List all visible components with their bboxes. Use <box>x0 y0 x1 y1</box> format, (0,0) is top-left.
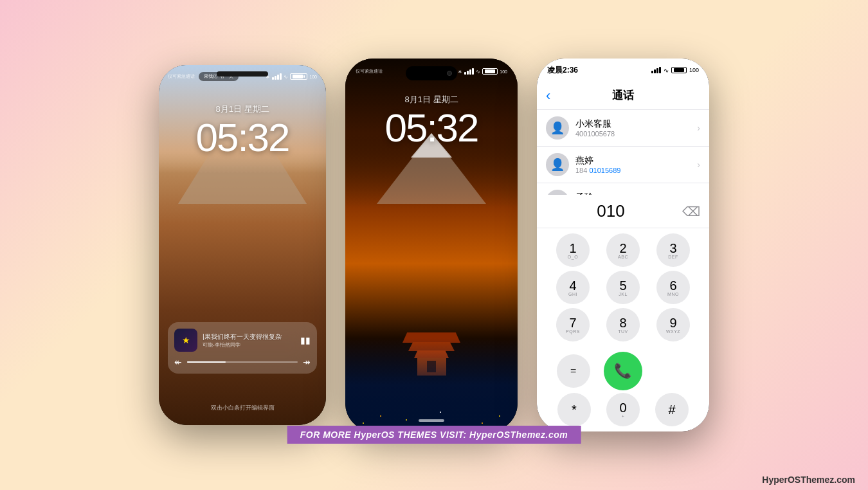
dial-key-3[interactable]: 3 DEF <box>656 233 690 267</box>
music-artist: 可能-李怡然同学 <box>203 341 282 349</box>
battery-icon <box>290 73 307 80</box>
phone-3: 凌晨2:36 ∿ 100 <box>537 59 709 431</box>
status-icons-2: ∗ ∿ 100 <box>458 68 507 75</box>
fast-forward-button[interactable]: ↠ <box>303 357 311 367</box>
dial-sub-8: TUV <box>618 329 628 334</box>
swipe-indicator <box>419 419 444 422</box>
dial-key-1[interactable]: 1 O_O <box>556 233 590 267</box>
dial-key-6[interactable]: 6 MNO <box>656 271 690 304</box>
battery-text-2: 100 <box>500 69 507 74</box>
main-container: 仅可紧急通话 果我亿 有一天 ∗ <box>0 0 868 490</box>
nav-bar: ‹ 通话 <box>537 82 709 110</box>
dial-number-display[interactable]: 010 <box>546 201 676 221</box>
person-icon-1: 👤 <box>550 121 565 135</box>
music-progress-bar[interactable] <box>187 361 298 363</box>
light-2 <box>380 415 381 417</box>
avatar-xiaomi: 👤 <box>546 116 569 140</box>
dial-key-equals[interactable]: = <box>557 354 590 388</box>
highlight-yanting: 01015689 <box>589 167 620 174</box>
dial-hash: # <box>668 403 675 416</box>
sos-text-2: 仅可紧急通话 <box>356 68 383 75</box>
app-name: 果我亿 <box>204 73 217 80</box>
battery-icon-3 <box>671 67 687 73</box>
contact-name-xiaomi: 小米客服 <box>575 118 691 130</box>
music-text: |果我们终有一天变得很复杂 可能-李怡然同学 <box>203 332 282 349</box>
contact-number-yanting: 184 01015689 <box>575 167 691 174</box>
dial-sub-5: JKL <box>619 292 628 296</box>
camera-dot <box>447 71 452 76</box>
phone-2-screen: 仅可紧急通话 ∗ ∿ 100 <box>345 59 518 431</box>
lock-time-area: 8月1日 星期二 05:32 <box>159 104 326 158</box>
notch <box>217 71 268 77</box>
signal-icon-2 <box>464 68 474 75</box>
watermark-banner: FOR MORE HyperOS THEMES VISIT: HyperOSTh… <box>287 426 581 444</box>
wifi-icon: ∿ <box>284 74 288 80</box>
dial-key-star[interactable]: * <box>557 393 591 426</box>
dial-key-8[interactable]: 8 TUV <box>606 308 640 341</box>
phone-1: 仅可紧急通话 果我亿 有一天 ∗ <box>159 65 326 425</box>
wifi-icon-3: ∿ <box>664 67 669 74</box>
dial-key-0[interactable]: 0 + <box>606 393 640 426</box>
music-controls: ↞ ↠ <box>174 357 311 367</box>
pause-icon: ▮▮ <box>300 335 311 345</box>
phone-1-background: 仅可紧急通话 果我亿 有一天 ∗ <box>159 65 326 425</box>
calls-screen: 凌晨2:36 ∿ 100 <box>537 59 709 431</box>
calls-title: 通话 <box>612 88 634 103</box>
contact-item-ziling[interactable]: 👤 子玲 184 0101 5678 › <box>537 183 709 195</box>
signal-icon-3 <box>651 67 661 73</box>
music-info: ★ |果我们终有一天变得很复杂 可能-李怡然同学 ▮▮ <box>174 329 311 352</box>
empty-space <box>656 354 689 388</box>
contact-item-xiaomi[interactable]: 👤 小米客服 4001005678 › <box>537 110 709 147</box>
chevron-2: › <box>697 159 700 170</box>
dynamic-island <box>406 66 457 80</box>
pause-button[interactable]: ▮▮ <box>300 334 311 346</box>
dial-key-2[interactable]: 2 ABC <box>606 233 640 267</box>
dial-star: * <box>572 403 577 416</box>
call-button[interactable]: 📞 <box>604 352 642 390</box>
dialpad-bottom-row: = 📞 <box>537 347 709 398</box>
dial-key-9[interactable]: 9 WXYZ <box>656 308 690 341</box>
back-button[interactable]: ‹ <box>546 87 550 104</box>
wifi-icon-2: ∿ <box>476 69 480 75</box>
contacts-list: 👤 小米客服 4001005678 › 👤 <box>537 110 709 195</box>
phone-2-background: 仅可紧急通话 ∗ ∿ 100 <box>345 59 518 431</box>
dial-key-5[interactable]: 5 JKL <box>606 271 640 304</box>
battery-text-3: 100 <box>689 67 699 73</box>
lock-hint: 双击小白条打开编辑界面 <box>159 404 326 412</box>
dial-key-7[interactable]: 7 PQRS <box>556 308 590 341</box>
music-thumbnail: ★ <box>174 329 197 352</box>
dial-sub-3: DEF <box>668 255 678 259</box>
phone-2-hint <box>345 419 518 422</box>
dial-num-8: 8 <box>619 316 626 329</box>
phone-2: 仅可紧急通话 ∗ ∿ 100 <box>345 59 518 431</box>
contact-name-yanting: 燕婷 <box>575 155 691 167</box>
phone-2-date: 8月1日 星期二 <box>345 94 518 105</box>
dial-input-row: 010 ⌫ <box>537 195 709 228</box>
dial-num-6: 6 <box>669 279 676 292</box>
music-player[interactable]: ★ |果我们终有一天变得很复杂 可能-李怡然同学 ▮▮ ↞ <box>168 322 317 374</box>
call-phone-icon: 📞 <box>614 363 631 379</box>
rewind-button[interactable]: ↞ <box>174 357 182 367</box>
dial-num-1: 1 <box>569 242 576 255</box>
music-progress-fill <box>187 361 226 363</box>
backspace-button[interactable]: ⌫ <box>682 204 700 219</box>
dial-key-hash[interactable]: # <box>655 393 689 426</box>
dial-sub-9: WXYZ <box>666 329 680 334</box>
lock-time: 05:32 <box>159 118 326 158</box>
status-bar-3: 凌晨2:36 ∿ 100 <box>537 59 709 82</box>
dial-sub-2: ABC <box>618 255 628 259</box>
contact-item-yanting[interactable]: 👤 燕婷 184 01015689 › <box>537 147 709 183</box>
bottom-watermark: HyperOSThemez.com <box>762 475 855 485</box>
status-icons-right: ∗ ∿ 100 <box>266 73 317 80</box>
dial-num-7: 7 <box>569 316 576 329</box>
avatar-ziling: 👤 <box>546 190 569 195</box>
phone-3-screen: 凌晨2:36 ∿ 100 <box>537 59 709 431</box>
dialpad-grid: 1 O_O 2 ABC 3 DEF 4 GHI <box>537 228 709 347</box>
phone-2-time-area: 8月1日 星期二 05:32 <box>345 94 518 148</box>
contact-info-xiaomi: 小米客服 4001005678 <box>575 118 691 138</box>
city-lights <box>345 338 518 431</box>
bluetooth-icon-2: ∗ <box>458 69 462 75</box>
contact-number-xiaomi: 4001005678 <box>575 130 691 138</box>
contact-info-yanting: 燕婷 184 01015689 <box>575 155 691 174</box>
dial-key-4[interactable]: 4 GHI <box>556 271 590 304</box>
